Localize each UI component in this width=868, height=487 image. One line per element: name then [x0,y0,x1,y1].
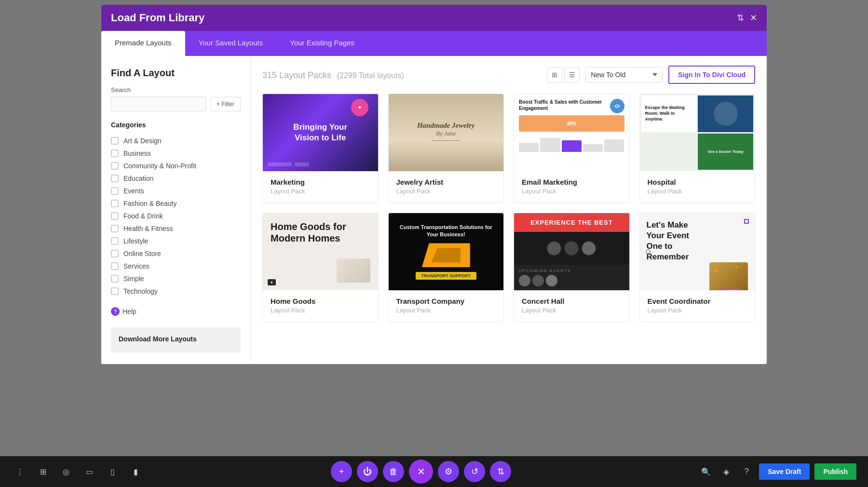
save-draft-button[interactable]: Save Draft [759,463,810,480]
card-type: Layout Pack [648,188,747,195]
close-icon[interactable]: ✕ [750,13,757,23]
card-image-hospital: Escape the Waiting Room. Walk In Anytime… [640,94,755,171]
filter-button[interactable]: + Filter [210,97,241,111]
card-info-concert: Concert Hall Layout Pack [514,290,629,322]
add-element-button[interactable]: + [331,461,352,482]
checkbox-lifestyle[interactable] [111,237,119,245]
category-label: Fashion & Beauty [123,200,177,207]
categories-list: Art & Design Business Community & Non-Pr… [111,135,241,298]
download-more-box: Download More Layouts [111,327,241,352]
category-food[interactable]: Food & Drink [111,210,241,222]
card-image-concert: EXPERIENCE THE BEST UPCOMING EVEN [514,213,629,290]
checkbox-technology[interactable] [111,287,119,295]
history-button[interactable]: ↺ [464,461,485,482]
close-button[interactable]: ✕ [409,460,433,484]
checkbox-events[interactable] [111,187,119,195]
marketing-badge: ✦ [351,99,368,116]
category-label: Simple [123,275,144,283]
publish-button[interactable]: Publish [814,463,856,480]
category-technology[interactable]: Technology [111,285,241,298]
list-view-button[interactable]: ☰ [564,67,580,82]
layout-grid: ✦ Bringing Your Vision to Life Mar [262,94,755,322]
layout-card-event[interactable]: Let's Make Your Event One to Remember DI… [639,213,756,322]
layout-card-transport[interactable]: Custom Transportation Solutions for Your… [388,213,504,322]
checkbox-health[interactable] [111,225,119,232]
checkbox-business[interactable] [111,149,119,157]
toolbar-layout-icon[interactable]: ⊞ [35,463,51,480]
category-business[interactable]: Business [111,147,241,160]
help-icon: ? [111,307,120,316]
tab-existing-pages[interactable]: Your Existing Pages [276,31,368,56]
card-name: Event Coordinator [648,297,747,305]
checkbox-education[interactable] [111,175,119,182]
toolbar-desktop-icon[interactable]: ▭ [81,463,97,480]
sort-select[interactable]: New To Old Old To New A to Z Z to A [585,67,663,82]
card-type: Layout Pack [648,307,747,314]
main-header: 315 Layout Packs (2299 Total layouts) ⊞ … [262,66,755,84]
category-simple[interactable]: Simple [111,272,241,285]
grid-view-button[interactable]: ⊞ [547,67,562,82]
settings-button[interactable]: ⚙ [438,461,459,482]
checkbox-art-design[interactable] [111,137,119,145]
category-education[interactable]: Education [111,172,241,185]
layout-card-email[interactable]: Boost Traffic & Sales with Customer Enga… [514,94,630,203]
checkbox-fashion[interactable] [111,200,119,207]
layers-icon[interactable]: ◈ [719,464,734,479]
card-info-event: Event Coordinator Layout Pack [640,290,755,322]
category-health[interactable]: Health & Fitness [111,222,241,235]
toolbar-center: + ⏻ 🗑 ✕ ⚙ ↺ ⇅ [331,460,511,484]
categories-title: Categories [111,121,241,129]
category-art-design[interactable]: Art & Design [111,135,241,147]
card-image-event: Let's Make Your Event One to Remember DI… [640,213,755,290]
layout-card-jewelry[interactable]: Handmade Jewelry By Jane Jewelry Artist … [388,94,504,203]
card-info-hospital: Hospital Layout Pack [640,171,755,203]
tab-premade-layouts[interactable]: Premade Layouts [101,31,185,56]
layout-card-marketing[interactable]: ✦ Bringing Your Vision to Life Mar [262,94,379,203]
layout-card-concert[interactable]: EXPERIENCE THE BEST UPCOMING EVEN [514,213,630,322]
power-button[interactable]: ⏻ [357,461,378,482]
category-services[interactable]: Services [111,260,241,272]
sign-in-divi-cloud-button[interactable]: Sign In To Divi Cloud [668,66,755,84]
category-lifestyle[interactable]: Lifestyle [111,235,241,247]
delete-button[interactable]: 🗑 [383,461,404,482]
category-online-store[interactable]: Online Store [111,247,241,260]
checkbox-simple[interactable] [111,275,119,283]
toolbar-grid-icon[interactable]: ⋮ [12,463,28,480]
search-input[interactable] [111,96,206,111]
card-name: Home Goods [271,297,370,305]
sort-button[interactable]: ⇅ [490,461,511,482]
layout-card-homegoods[interactable]: Home Goods for Modern Homes ● Home Goods… [262,213,379,322]
toolbar-search-icon[interactable]: ◎ [58,463,74,480]
sidebar: Find A Layout Search + Filter Categories… [101,56,251,364]
checkbox-community[interactable] [111,162,119,170]
category-fashion[interactable]: Fashion & Beauty [111,197,241,210]
category-community[interactable]: Community & Non-Profit [111,160,241,172]
help-row[interactable]: ? Help [111,307,241,316]
search-right-icon[interactable]: 🔍 [698,464,714,479]
card-type: Layout Pack [396,307,496,314]
card-type: Layout Pack [522,307,622,314]
checkbox-online-store[interactable] [111,250,119,257]
card-type: Layout Pack [271,188,370,195]
card-name: Hospital [648,178,747,186]
checkbox-services[interactable] [111,262,119,270]
category-label: Education [123,175,153,182]
sidebar-title: Find A Layout [111,68,241,79]
toolbar-mobile-icon[interactable]: ▮ [127,463,144,480]
sort-icon[interactable]: ⇅ [737,13,744,23]
layout-card-hospital[interactable]: Escape the Waiting Room. Walk In Anytime… [639,94,756,203]
layout-count: 315 Layout Packs (2299 Total layouts) [262,69,404,81]
main-header-right: ⊞ ☰ New To Old Old To New A to Z Z to A … [547,66,755,84]
checkbox-food[interactable] [111,212,119,220]
modal-header: Load From Library ⇅ ✕ [101,5,767,31]
help-right-icon[interactable]: ? [739,464,754,479]
view-icons: ⊞ ☰ [547,67,580,82]
card-image-email: Boost Traffic & Sales with Customer Enga… [514,94,629,171]
modal-body: Find A Layout Search + Filter Categories… [101,56,767,364]
modal-tabs: Premade Layouts Your Saved Layouts Your … [101,31,767,56]
tab-saved-layouts[interactable]: Your Saved Layouts [185,31,277,56]
card-type: Layout Pack [396,188,496,195]
category-events[interactable]: Events [111,185,241,197]
toolbar-tablet-icon[interactable]: ▯ [104,463,121,480]
card-info-transport: Transport Company Layout Pack [389,290,504,322]
